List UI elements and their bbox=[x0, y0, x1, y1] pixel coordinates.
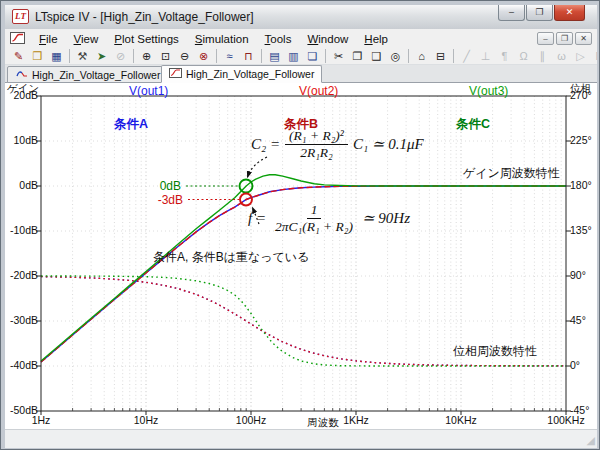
spice-netlist-icon[interactable]: ⌂ bbox=[412, 48, 431, 64]
eq2-lhs: f = bbox=[248, 210, 266, 227]
gain-tick-label: 20dB bbox=[5, 89, 38, 101]
component-icon: D bbox=[590, 48, 597, 64]
paste-icon[interactable]: ❑ bbox=[367, 48, 386, 64]
toolbar-separator bbox=[453, 49, 454, 63]
zoom-out-icon[interactable]: ⊖ bbox=[175, 48, 194, 64]
legend-v(out3): V(out3) bbox=[469, 84, 508, 98]
cut-icon[interactable]: ✂ bbox=[329, 48, 348, 64]
phase-tick-label: 135° bbox=[570, 224, 597, 236]
tab-schematic[interactable]: High_Zin_Voltage_Follower bbox=[7, 66, 168, 83]
window-client: LT LTspice IV - [High_Zin_Voltage_Follow… bbox=[5, 5, 597, 447]
plot-pane[interactable]: ゲイン 位相 周波数 V(out1)V(out2)V(out3) 条件A 条件B… bbox=[5, 83, 597, 429]
restore-button[interactable]: ❐ bbox=[526, 5, 553, 21]
label-net-icon: ¶ bbox=[495, 48, 514, 64]
legend-v(out1): V(out1) bbox=[129, 84, 168, 98]
mdi-controls: – ❐ ✕ bbox=[537, 32, 592, 45]
toolbar: ✎❒▦⚒➤⊘⊕⊡⊖⊗≈⊓▤▥❏✂❐❑◎⌂⊟╱⊥¶Ω∥ω▷D✥ bbox=[5, 47, 597, 65]
freq-tick-label: 100KHz bbox=[536, 414, 596, 426]
toolbar-separator bbox=[216, 49, 217, 63]
menu-tools[interactable]: Tools bbox=[257, 32, 300, 46]
menu-view[interactable]: View bbox=[66, 32, 107, 46]
equation-f: f = 1 2πC₁(R₁ + R₂) ≃ 90Hz bbox=[248, 202, 410, 234]
freq-tick-label: 10Hz bbox=[116, 414, 176, 426]
run-icon[interactable]: ➤ bbox=[92, 48, 111, 64]
status-bar: ◢ bbox=[5, 429, 597, 448]
gain-curve-label: ゲイン周波数特性 bbox=[463, 165, 560, 182]
menu-bar: FileViewPlot SettingsSimulationToolsWind… bbox=[5, 29, 597, 47]
zoom-area-icon[interactable]: ⊡ bbox=[156, 48, 175, 64]
waveform-doc-icon[interactable] bbox=[10, 32, 25, 44]
save-icon[interactable]: ▦ bbox=[47, 48, 66, 64]
gain-tick-label: -40dB bbox=[5, 359, 38, 371]
open-icon[interactable]: ❒ bbox=[28, 48, 47, 64]
tab-waveform[interactable]: High_Zin_Voltage_Follower bbox=[161, 65, 322, 83]
zoom-in-icon[interactable]: ⊕ bbox=[137, 48, 156, 64]
eq1-rhs: C₁ ≃ 0.1μF bbox=[353, 135, 424, 153]
toolbar-separator bbox=[69, 49, 70, 63]
zoom-full-extents-icon[interactable]: ⊗ bbox=[194, 48, 213, 64]
marker-0db-circle bbox=[240, 180, 253, 193]
phase-tick-label: 270° bbox=[570, 89, 597, 101]
window-controls: – ❐ ✕ bbox=[498, 5, 585, 21]
phase-curve-label: 位相周波数特性 bbox=[453, 343, 537, 360]
window-title: LTspice IV - [High_Zin_Voltage_Follower] bbox=[35, 5, 254, 29]
tile-horizontal-icon[interactable]: ▤ bbox=[265, 48, 284, 64]
menu-items: FileViewPlot SettingsSimulationToolsWind… bbox=[31, 29, 396, 47]
phase-tick-label: 90° bbox=[570, 269, 597, 281]
eq2-denominator: 2πC₁(R₁ + R₂) bbox=[271, 219, 357, 235]
gain-tick-label: -20dB bbox=[5, 269, 38, 281]
find-icon[interactable]: ◎ bbox=[386, 48, 405, 64]
phase-tick-label: 180° bbox=[570, 179, 597, 191]
control-panel-icon[interactable]: ⚒ bbox=[73, 48, 92, 64]
eq1-numerator: (R₁ + R₂)² bbox=[285, 128, 348, 145]
equation-c2: C₂ = (R₁ + R₂)² 2R₁R₂ C₁ ≃ 0.1μF bbox=[251, 128, 424, 160]
resize-grip[interactable]: ◢ bbox=[587, 434, 595, 447]
copy-icon[interactable]: ❐ bbox=[348, 48, 367, 64]
autorange-icon[interactable]: ≈ bbox=[220, 48, 239, 64]
tab-label: High_Zin_Voltage_Follower bbox=[186, 68, 314, 80]
tile-vertical-icon[interactable]: ▥ bbox=[284, 48, 303, 64]
mdi-close-button[interactable]: ✕ bbox=[575, 32, 592, 45]
lt-logo-icon: LT bbox=[12, 9, 29, 24]
cascade-icon[interactable]: ❏ bbox=[303, 48, 322, 64]
wire-icon: ╱ bbox=[457, 48, 476, 64]
plot-settings-icon[interactable]: ⊓ bbox=[239, 48, 258, 64]
ltspice-window: LT LTspice IV - [High_Zin_Voltage_Follow… bbox=[0, 0, 600, 450]
minimize-button[interactable]: – bbox=[498, 5, 525, 21]
halt-icon: ⊘ bbox=[111, 48, 130, 64]
eq2-rhs: ≃ 90Hz bbox=[362, 209, 410, 227]
mdi-minimize-button[interactable]: – bbox=[537, 32, 554, 45]
phase-tick-label: 45° bbox=[570, 314, 597, 326]
gain-tick-label: 10dB bbox=[5, 134, 38, 146]
freq-tick-label: 100Hz bbox=[221, 414, 281, 426]
capacitor-icon: ∥ bbox=[533, 48, 552, 64]
freq-tick-label: 1Hz bbox=[11, 414, 71, 426]
phase-tick-label: 225° bbox=[570, 134, 597, 146]
gain-tick-label: 0dB bbox=[5, 179, 38, 191]
new-schematic-icon[interactable]: ✎ bbox=[9, 48, 28, 64]
menu-simulation[interactable]: Simulation bbox=[187, 32, 257, 46]
menu-plot-settings[interactable]: Plot Settings bbox=[106, 32, 187, 46]
overlap-note: 条件A, 条件Bは重なっている bbox=[153, 249, 309, 266]
resistor-icon: Ω bbox=[514, 48, 533, 64]
toolbar-separator bbox=[261, 49, 262, 63]
menu-help[interactable]: Help bbox=[356, 32, 396, 46]
schematic-icon bbox=[15, 69, 28, 81]
freq-tick-label: 1KHz bbox=[326, 414, 386, 426]
eq1-lhs: C₂ = bbox=[251, 136, 280, 153]
gain-tick-label: -10dB bbox=[5, 224, 38, 236]
cond-a-label: 条件A bbox=[114, 116, 148, 133]
tab-bar: High_Zin_Voltage_Follower High_Zin_Volta… bbox=[5, 65, 597, 83]
waveform-icon bbox=[169, 68, 182, 80]
mdi-restore-button[interactable]: ❐ bbox=[556, 32, 573, 45]
cond-c-label: 条件C bbox=[456, 116, 490, 133]
close-button[interactable]: ✕ bbox=[554, 5, 585, 21]
toolbar-separator bbox=[325, 49, 326, 63]
menu-window[interactable]: Window bbox=[299, 32, 356, 46]
label-m3db: -3dB bbox=[141, 193, 183, 207]
phase-tick-label: 0° bbox=[570, 359, 597, 371]
menu-file[interactable]: File bbox=[31, 32, 66, 46]
ground-icon: ⊥ bbox=[476, 48, 495, 64]
print-icon[interactable]: ⊟ bbox=[431, 48, 450, 64]
inductor-icon: ω bbox=[552, 48, 571, 64]
